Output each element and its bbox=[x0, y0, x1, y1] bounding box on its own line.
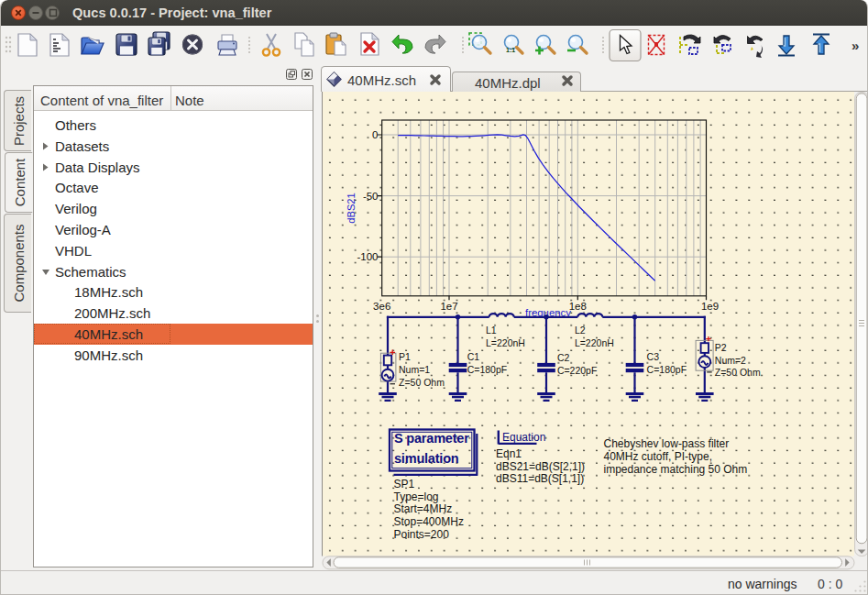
svg-text:1:1: 1:1 bbox=[506, 47, 515, 53]
svg-text:»: » bbox=[852, 38, 859, 53]
